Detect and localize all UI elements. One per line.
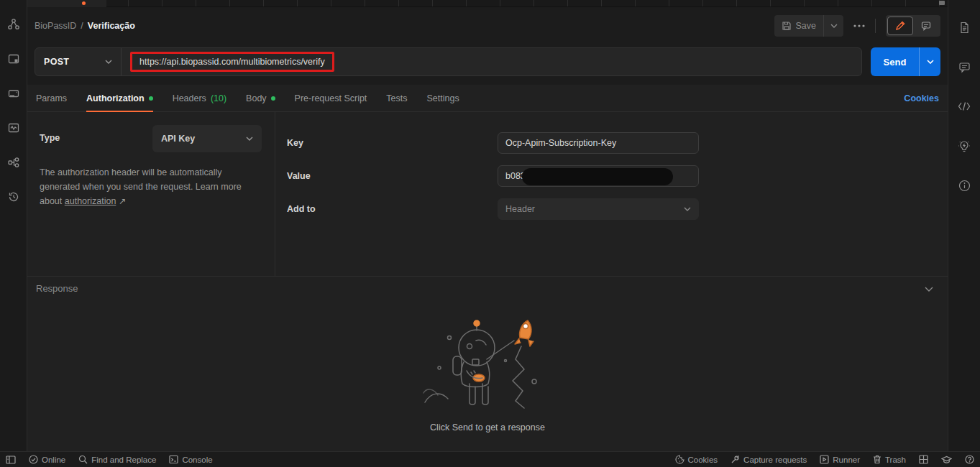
- green-dot-icon: [149, 96, 153, 101]
- add-to-select[interactable]: Header: [498, 198, 699, 220]
- window-tab-strip[interactable]: [27, 0, 948, 7]
- active-request-tab[interactable]: [27, 0, 106, 7]
- response-collapse-chevron-icon[interactable]: [925, 283, 933, 294]
- tab-settings-label: Settings: [427, 93, 459, 103]
- tab-headers-count: (10): [211, 93, 226, 103]
- api-key-key-input[interactable]: Ocp-Apim-Subscription-Key: [498, 132, 699, 154]
- send-button-label: Send: [871, 47, 919, 76]
- breadcrumb-separator: /: [81, 21, 83, 31]
- code-snippet-icon[interactable]: [956, 98, 973, 115]
- training-cap-icon[interactable]: [941, 456, 952, 464]
- help-icon[interactable]: [965, 455, 974, 464]
- capture-antenna-icon: [731, 455, 740, 464]
- api-key-value-label: Value: [287, 171, 498, 181]
- request-tabs: Params Authorization Headers (10) Body P…: [27, 85, 948, 112]
- authorization-docs-link[interactable]: authorization: [65, 196, 116, 206]
- request-url-row: POST https://api.biopassid.com/multibiom…: [27, 45, 948, 85]
- api-key-key-value: Ocp-Apim-Subscription-Key: [505, 138, 616, 148]
- chevron-down-icon: [246, 137, 253, 141]
- empty-response-message: Click Send to get a response: [430, 422, 545, 433]
- cookies-link[interactable]: Cookies: [904, 93, 939, 103]
- request-header: BioPassID / Verificação Save: [27, 7, 948, 45]
- http-method-value: POST: [44, 57, 69, 67]
- edit-documentation-toggle: [886, 15, 940, 37]
- auth-help-text: The authorization header will be automat…: [40, 165, 259, 208]
- capture-requests-button[interactable]: Capture requests: [731, 455, 807, 464]
- mock-servers-icon[interactable]: [5, 85, 22, 102]
- chevron-down-icon: [684, 207, 691, 211]
- search-icon: [78, 455, 88, 464]
- info-icon[interactable]: [956, 177, 973, 194]
- trash-button[interactable]: Trash: [873, 455, 906, 464]
- cookies-button[interactable]: Cookies: [675, 455, 718, 464]
- tab-params[interactable]: Params: [36, 85, 67, 111]
- layout-panes-icon[interactable]: [919, 455, 928, 464]
- flows-icon[interactable]: [5, 154, 22, 171]
- edit-mode-button[interactable]: [887, 17, 913, 35]
- url-highlight-annotation: https://api.biopassid.com/multibiometric…: [130, 52, 334, 72]
- documentation-icon[interactable]: [956, 19, 973, 36]
- send-button[interactable]: Send: [871, 47, 940, 76]
- auth-type-panel: Type API Key The authorization header wi…: [27, 112, 275, 276]
- astronaut-rocket-illustration: [419, 315, 556, 415]
- url-input[interactable]: https://api.biopassid.com/multibiometric…: [122, 48, 861, 75]
- save-button[interactable]: Save: [774, 15, 844, 37]
- tab-prerequest-script[interactable]: Pre-request Script: [295, 85, 367, 111]
- chevron-down-icon: [105, 60, 112, 64]
- status-bar: Online Find and Replace Console Cookies: [0, 451, 980, 467]
- tab-strip-overflow-icon[interactable]: [939, 1, 945, 5]
- send-options-chevron-icon[interactable]: [919, 47, 940, 76]
- header-separator: [875, 19, 876, 33]
- toggle-sidebar-icon[interactable]: [6, 456, 16, 464]
- breadcrumb-collection[interactable]: BioPassID: [35, 21, 76, 31]
- save-button-label: Save: [796, 21, 817, 31]
- breadcrumb-request-name[interactable]: Verificação: [88, 21, 135, 31]
- api-key-value-input[interactable]: b083: [498, 165, 699, 187]
- floppy-save-icon: [782, 21, 792, 31]
- tab-body[interactable]: Body: [246, 85, 275, 111]
- auth-type-select[interactable]: API Key: [152, 125, 262, 152]
- more-actions-button[interactable]: [853, 24, 865, 27]
- tab-settings[interactable]: Settings: [427, 85, 459, 111]
- right-context-rail: [948, 0, 980, 451]
- tab-headers-label: Headers: [173, 93, 206, 103]
- history-icon[interactable]: [5, 188, 22, 205]
- runner-label: Runner: [833, 456, 860, 464]
- lightbulb-hints-icon[interactable]: [956, 137, 973, 154]
- comment-icon: [921, 21, 931, 31]
- save-options-chevron-icon[interactable]: [823, 15, 843, 37]
- tab-headers[interactable]: Headers (10): [173, 85, 226, 111]
- authorization-editor: Type API Key The authorization header wi…: [27, 112, 948, 276]
- tab-authorization[interactable]: Authorization: [86, 85, 153, 111]
- runner-button[interactable]: Runner: [820, 455, 860, 464]
- http-method-select[interactable]: POST: [35, 48, 122, 75]
- pencil-icon: [895, 21, 905, 31]
- find-and-replace-label: Find and Replace: [91, 456, 156, 464]
- console-button[interactable]: Console: [169, 455, 212, 464]
- left-activity-rail: [0, 0, 27, 451]
- apis-icon[interactable]: [5, 16, 22, 33]
- online-status[interactable]: Online: [29, 455, 65, 464]
- breadcrumb: BioPassID / Verificação: [35, 21, 135, 31]
- api-key-key-label: Key: [287, 138, 498, 148]
- response-title: Response: [36, 283, 78, 294]
- comments-icon[interactable]: [956, 58, 973, 75]
- tab-tests-label: Tests: [386, 93, 407, 103]
- console-icon: [169, 455, 178, 464]
- add-to-label: Add to: [287, 204, 498, 214]
- online-label: Online: [42, 456, 65, 464]
- external-link-icon: ↗: [119, 196, 126, 206]
- api-key-panel: Key Ocp-Apim-Subscription-Key Value b083: [275, 112, 948, 276]
- capture-requests-label: Capture requests: [743, 456, 807, 464]
- monitors-icon[interactable]: [5, 119, 22, 137]
- response-section-header: Response: [27, 276, 948, 300]
- comments-mode-button[interactable]: [913, 17, 939, 35]
- tab-tests[interactable]: Tests: [386, 85, 407, 111]
- response-empty-area: Click Send to get a response: [27, 300, 948, 451]
- postman-app-window: BioPassID / Verificação Save: [0, 0, 980, 467]
- find-and-replace-button[interactable]: Find and Replace: [78, 455, 156, 464]
- console-label: Console: [182, 456, 212, 464]
- environments-icon[interactable]: [5, 50, 22, 68]
- request-url-text: https://api.biopassid.com/multibiometric…: [139, 57, 325, 67]
- cookies-label: Cookies: [688, 456, 718, 464]
